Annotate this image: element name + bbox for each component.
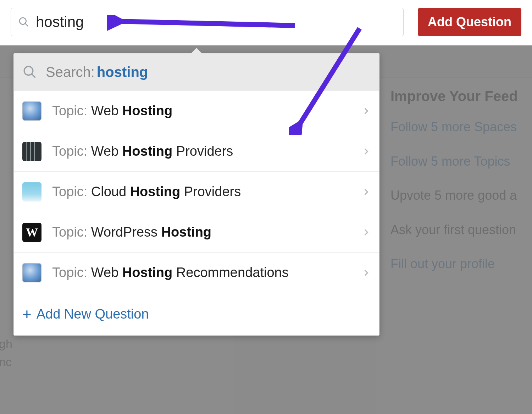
search-icon [22, 65, 37, 79]
search-icon [18, 16, 29, 28]
search-input[interactable] [36, 13, 396, 31]
dropdown-topic-item[interactable]: Topic: Web Hosting Providers [14, 131, 379, 171]
add-new-question-label: Add New Question [37, 307, 149, 322]
chevron-right-icon [361, 147, 371, 156]
dropdown-search-prefix: Search: [46, 64, 95, 80]
svg-point-0 [20, 18, 26, 24]
chevron-right-icon [361, 268, 371, 277]
chevron-right-icon [361, 228, 371, 237]
dropdown-search-term: hosting [97, 64, 148, 80]
dropdown-topic-item[interactable]: Topic: Web Hosting [14, 90, 379, 131]
globe-icon [22, 263, 41, 282]
add-new-question-link[interactable]: + Add New Question [14, 293, 379, 335]
cloud-icon [22, 182, 41, 202]
globe-icon [22, 101, 41, 121]
plus-icon: + [22, 305, 32, 323]
add-question-button[interactable]: Add Question [418, 8, 521, 36]
search-box[interactable] [11, 8, 404, 36]
svg-line-3 [32, 74, 35, 78]
top-bar: Add Question [0, 0, 532, 45]
dropdown-search-row[interactable]: Search: hosting [14, 54, 379, 90]
dropdown-topic-item[interactable]: W Topic: WordPress Hosting [14, 212, 379, 252]
dropdown-item-label: Topic: Web Hosting Recommendations [52, 265, 361, 280]
chevron-right-icon [361, 187, 371, 197]
dropdown-item-label: Topic: WordPress Hosting [52, 225, 361, 240]
chevron-right-icon [361, 106, 371, 116]
dropdown-topic-item[interactable]: Topic: Cloud Hosting Providers [14, 171, 379, 212]
servers-icon [22, 142, 41, 161]
dropdown-item-label: Topic: Web Hosting [52, 103, 361, 118]
dropdown-topic-item[interactable]: Topic: Web Hosting Recommendations [14, 252, 379, 293]
search-autocomplete-dropdown: Search: hosting Topic: Web Hosting Topic… [13, 53, 379, 336]
wordpress-icon: W [22, 223, 41, 242]
svg-line-1 [26, 24, 28, 26]
dropdown-item-label: Topic: Web Hosting Providers [52, 144, 361, 159]
dropdown-item-label: Topic: Cloud Hosting Providers [52, 184, 361, 199]
svg-point-2 [24, 66, 33, 75]
